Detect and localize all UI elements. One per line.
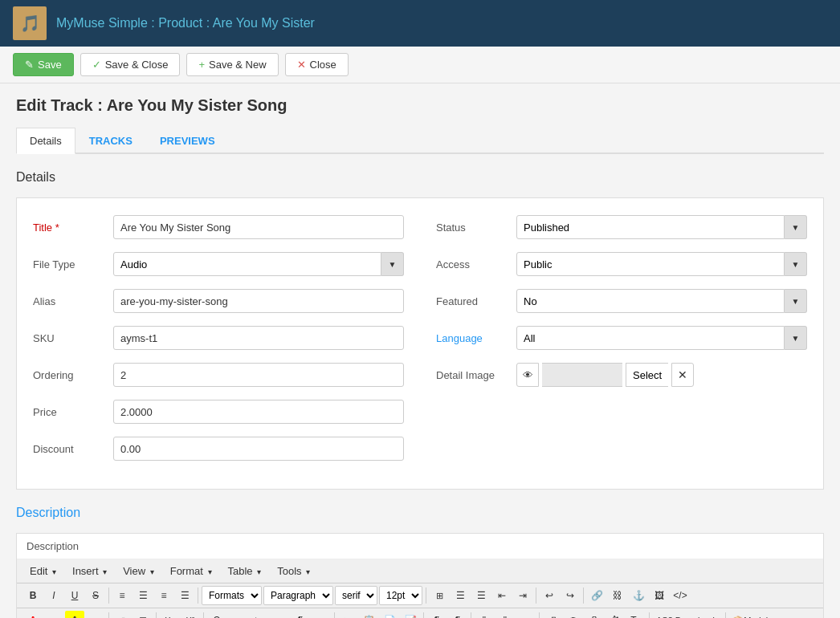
sep3 (426, 588, 426, 604)
plus-icon: + (198, 59, 205, 71)
module-button[interactable]: 📦 Module (729, 611, 776, 618)
description-section: Description Edit ▾ Insert ▾ View ▾ Forma… (16, 533, 824, 618)
blockquote-close-button[interactable]: " (495, 611, 515, 618)
columns-button[interactable]: ⊞ (430, 586, 449, 605)
numbered-list-button[interactable]: ☰ (471, 586, 491, 605)
horizontal-rule-button[interactable]: ▬ (516, 611, 536, 618)
editor-menu-format[interactable]: Format ▾ (164, 563, 218, 579)
save-button[interactable]: ✎ Save (13, 53, 74, 76)
editor-menu-edit[interactable]: Edit ▾ (23, 563, 63, 579)
paste-text-button[interactable]: 📝 (401, 611, 420, 618)
featured-arrow[interactable]: ▼ (785, 289, 807, 313)
editor-menu-table[interactable]: Table ▾ (222, 563, 268, 579)
detail-image-label: Detail Image (436, 369, 516, 381)
access-select[interactable]: Public (516, 252, 785, 276)
alias-input[interactable] (113, 289, 404, 313)
language-select[interactable]: All (516, 326, 785, 350)
save-new-button[interactable]: + Save & New (186, 53, 278, 76)
featured-select[interactable]: No (516, 289, 785, 313)
show-blocks-button[interactable]: ¶ (427, 611, 447, 618)
anchor-button[interactable]: ⚓ (629, 586, 648, 605)
align-justify-button[interactable]: ☰ (175, 586, 194, 605)
media-button[interactable]: ▶ (249, 611, 268, 618)
special-char-button[interactable]: Ω (207, 611, 226, 618)
highlight-button[interactable]: A (65, 611, 84, 618)
discount-label: Discount (33, 443, 113, 455)
sku-input[interactable] (113, 326, 404, 350)
access-select-wrapper: Public ▼ (516, 252, 807, 276)
align-center-button[interactable]: ☰ (133, 586, 153, 605)
save-close-button[interactable]: ✓ Save & Close (80, 53, 181, 76)
italic-button[interactable]: I (44, 586, 63, 605)
pilcrow-button[interactable]: ¶ (291, 611, 310, 618)
ordering-input[interactable] (113, 363, 404, 387)
clear-format-button[interactable]: Tx (626, 611, 646, 618)
paragraph-select[interactable]: Paragraph (263, 586, 333, 605)
superscript-button[interactable]: X² (181, 611, 200, 618)
discount-input[interactable] (113, 437, 404, 461)
image-button[interactable]: 🖼 (650, 586, 669, 605)
font-select[interactable]: serif (335, 586, 377, 605)
subscript-button[interactable]: X₂ (160, 611, 179, 618)
status-arrow[interactable]: ▼ (785, 215, 807, 239)
strikethrough-button[interactable]: S (86, 586, 105, 605)
detail-image-eye-button[interactable]: 👁 (516, 363, 539, 387)
underline-button[interactable]: U (65, 586, 84, 605)
align-left-button[interactable]: ≡ (112, 586, 132, 605)
editor-menu-insert[interactable]: Insert ▾ (66, 563, 113, 579)
font-color-arrow[interactable]: ▼ (44, 611, 63, 618)
detail-image-path-input[interactable] (542, 363, 622, 387)
as3-downloads-button[interactable]: AS3 Downloads (653, 611, 722, 618)
size-select[interactable]: 12pt (379, 586, 422, 605)
bullet-list-button[interactable]: ☰ (451, 586, 470, 605)
detail-image-select-button[interactable]: Select (626, 363, 668, 387)
indent-button[interactable]: ⇥ (513, 586, 532, 605)
formats-select[interactable]: Formats (202, 586, 262, 605)
language-arrow[interactable]: ▼ (785, 326, 807, 350)
em-dash-button[interactable]: — (270, 611, 289, 618)
tab-previews[interactable]: PREVIEWS (146, 128, 229, 154)
sep1: : (151, 16, 158, 30)
copy-button[interactable]: 📋 (359, 611, 378, 618)
highlight-arrow[interactable]: ▼ (86, 611, 105, 618)
language-select-wrapper: All ▼ (516, 326, 807, 350)
code-button[interactable]: </> (671, 586, 690, 605)
file-type-arrow[interactable]: ▼ (381, 252, 404, 276)
editor-menu-view[interactable]: View ▾ (116, 563, 161, 579)
close-button[interactable]: ✕ Close (285, 53, 349, 76)
paste-button[interactable]: 📄 (380, 611, 399, 618)
ordering-label: Ordering (33, 369, 113, 381)
tab-details[interactable]: Details (16, 128, 75, 154)
show-invisible-button[interactable]: ¶ (448, 611, 467, 618)
link-button[interactable]: 🔗 (587, 586, 606, 605)
title-input[interactable] (113, 215, 404, 239)
outdent-button[interactable]: ⇤ (492, 586, 512, 605)
align-right-button[interactable]: ≡ (154, 586, 173, 605)
rtl-button[interactable]: ⟵ (312, 611, 331, 618)
undo-button[interactable]: ↩ (540, 586, 559, 605)
tab-tracks[interactable]: TRACKS (75, 128, 146, 154)
emoticon-button[interactable]: ☺ (228, 611, 247, 618)
source-button[interactable]: {} (585, 611, 604, 618)
redo-button[interactable]: ↪ (561, 586, 580, 605)
header-page-link[interactable]: Are You My Sister (213, 16, 315, 30)
sku-label: SKU (33, 332, 113, 344)
blockquote-open-button[interactable]: " (475, 611, 494, 618)
bold-button[interactable]: B (23, 586, 43, 605)
timer-button[interactable]: ⏱ (606, 611, 625, 618)
access-arrow[interactable]: ▼ (785, 252, 807, 276)
status-select-wrapper: Published ▼ (516, 215, 807, 239)
detail-image-clear-button[interactable]: ✕ (671, 363, 694, 387)
form-row-status: Status Published ▼ (436, 214, 807, 240)
table-button[interactable]: ⊞ (133, 611, 153, 618)
font-color-button[interactable]: A (23, 611, 43, 618)
price-input[interactable] (113, 400, 404, 424)
unlink-button[interactable]: ⛓ (608, 586, 627, 605)
fullscreen-button[interactable]: ⤢ (112, 611, 132, 618)
status-select[interactable]: Published (516, 215, 785, 239)
editor-menu-tools[interactable]: Tools ▾ (271, 563, 316, 579)
file-type-select[interactable]: Audio (113, 252, 381, 276)
cut-button[interactable]: ✂ (338, 611, 357, 618)
print-button[interactable]: 🖨 (543, 611, 562, 618)
preview-button[interactable]: 👁 (564, 611, 583, 618)
